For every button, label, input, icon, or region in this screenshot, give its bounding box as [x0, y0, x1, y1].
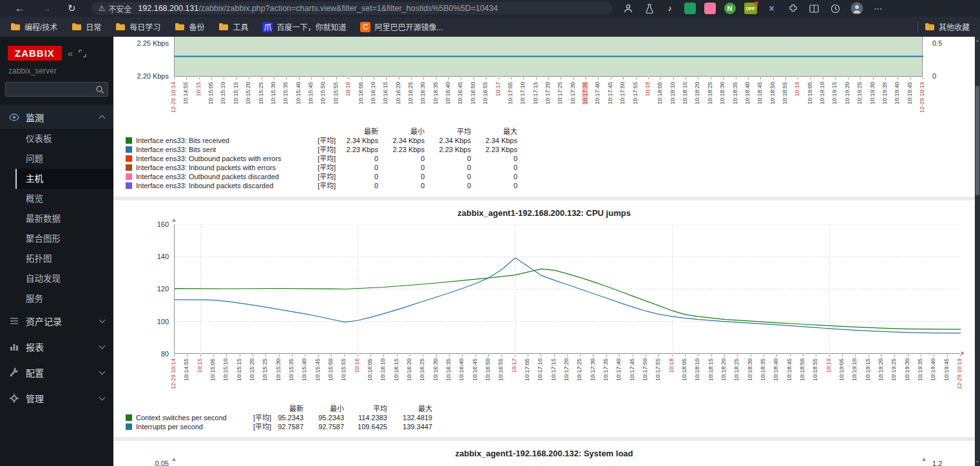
time-axis-label: 10:14:55	[182, 82, 189, 104]
y-axis-arrow	[172, 218, 176, 222]
series-color-swatch	[126, 423, 132, 430]
time-axis-label: 10:16:10	[380, 358, 386, 381]
back-icon[interactable]: ←	[15, 0, 24, 17]
time-axis: 12-29 10:1410:14:5510:1510:15:0510:15:10…	[174, 81, 923, 132]
time-axis-label: 10:16:20	[395, 82, 401, 104]
bookmark-folder[interactable]: 工具	[218, 21, 248, 32]
y-axis-label: 2.20 Kbps	[117, 72, 169, 80]
time-axis-label: 10:15:35	[288, 358, 294, 381]
time-axis-label: 10:17:55	[655, 358, 661, 381]
scrollbar-thumb[interactable]	[975, 86, 979, 195]
time-axis-label: 10:18:20	[720, 358, 727, 381]
forward-icon[interactable]: →	[41, 0, 51, 17]
sidebar-item-dashboard[interactable]: 仪表板	[0, 129, 113, 149]
time-axis-label: 10:15	[197, 358, 203, 373]
page-scrollbar[interactable]: ▲ ▼	[975, 37, 980, 466]
sheet-extension-icon[interactable]	[684, 3, 696, 14]
flask-icon[interactable]	[643, 2, 656, 15]
warning-icon: ⚠	[99, 4, 106, 13]
x-axis-ticks	[174, 77, 923, 79]
expand-sidebar-icon[interactable]	[79, 50, 86, 57]
right-axis-label: 0.5	[932, 39, 942, 47]
scroll-down-arrow[interactable]: ▼	[975, 459, 980, 465]
puzzle-icon[interactable]	[787, 2, 800, 15]
sidebar-item-monitoring[interactable]: 监测	[0, 105, 113, 129]
sidebar-item-reports[interactable]: 报表	[0, 335, 113, 358]
y-axis-label: 80	[117, 350, 169, 358]
collapse-sidebar-icon[interactable]: «	[68, 48, 73, 59]
sidebar-item-hosts[interactable]: 主机	[15, 169, 113, 189]
zabbix-logo[interactable]: ZABBIX	[8, 46, 62, 61]
search-input[interactable]	[5, 82, 108, 97]
time-axis-label: 10:19:10	[851, 358, 858, 381]
time-axis-label: 10:18:40	[773, 358, 779, 381]
security-label[interactable]: 不安全	[108, 3, 131, 14]
cpu-chart-plot[interactable]	[174, 224, 960, 354]
network-chart-plot[interactable]	[174, 37, 923, 77]
bookmark-folder[interactable]: 每日学习	[115, 21, 160, 32]
sidebar-item-problems[interactable]: 问题	[0, 149, 113, 169]
history-icon[interactable]	[829, 2, 842, 15]
legend-func: [平均]	[312, 163, 343, 172]
series-color-swatch	[126, 146, 132, 153]
time-axis-label: 10:19:35	[881, 82, 888, 104]
nutstore-extension-icon[interactable]: N	[724, 3, 736, 14]
time-axis-label: 10:19:30	[869, 82, 876, 104]
y-axis-label: 160	[117, 220, 169, 228]
legend-value: 0	[471, 172, 517, 181]
time-axis-label: 10:17:40	[615, 358, 622, 381]
legend-value: 2.34 Kbps	[378, 136, 425, 145]
y-axis-label: 140	[117, 253, 169, 260]
sidebar-item-administration[interactable]: 管理	[0, 386, 113, 410]
profile-add-icon[interactable]	[622, 2, 635, 15]
sidebar-item-latest-data[interactable]: 最新数据	[0, 209, 113, 229]
time-axis-label: 10:18:25	[707, 82, 713, 104]
other-bookmarks[interactable]: 其他收藏	[925, 21, 970, 32]
bookmark-folder[interactable]: 日常	[72, 21, 101, 32]
time-axis-label: 10:15:30	[275, 358, 282, 381]
x-extension-icon[interactable]: ×	[765, 2, 778, 15]
bookmark-alibaba-mirror[interactable]: C阿里巴巴开源镜像...	[360, 21, 443, 32]
split-screen-icon[interactable]	[808, 2, 821, 15]
more-menu-icon[interactable]: ⋯	[872, 2, 885, 15]
legend-value: 2.34 Kbps	[343, 136, 378, 145]
bookmark-folder[interactable]: 编程/技术	[10, 21, 57, 32]
scroll-up-arrow[interactable]: ▲	[975, 37, 980, 44]
time-axis-label: 10:18:55	[782, 82, 788, 104]
sidebar-item-discovery[interactable]: 自动发现	[0, 269, 113, 289]
profile-avatar[interactable]	[850, 2, 863, 15]
legend-value: 2.23 Kbps	[343, 145, 378, 154]
time-axis-label: 10:19	[794, 82, 800, 97]
refresh-icon[interactable]: ↻	[68, 0, 76, 17]
off-badge-extension-icon[interactable]: OFF	[744, 3, 757, 14]
time-axis-label: 10:18:25	[733, 358, 740, 381]
time-axis-label: 10:19:10	[819, 82, 825, 104]
bookmark-folder[interactable]: 备份	[175, 21, 204, 32]
piggy-extension-icon[interactable]	[704, 3, 716, 14]
sidebar-item-overview[interactable]: 概览	[0, 189, 113, 209]
legend-func: [平均]	[312, 145, 343, 154]
legend-value: 95.2343	[303, 413, 344, 422]
douyin-extension-icon[interactable]: ♪	[664, 3, 676, 14]
sidebar-item-maps[interactable]: 拓扑图	[0, 249, 113, 269]
sidebar-item-inventory[interactable]: 资产记录	[0, 309, 113, 333]
url-bar[interactable]: ⚠ 不安全 192.168.200.131/zabbix/zabbix.php?…	[91, 2, 613, 15]
time-axis-label: 10:18:45	[756, 82, 763, 104]
legend-value: 95.2343	[273, 413, 303, 422]
separator	[918, 22, 918, 32]
time-axis: 12-29 10:1410:14:5510:1510:15:0510:15:10…	[174, 357, 960, 409]
time-axis-label: 10:17:30	[590, 358, 596, 381]
chevron-up-icon	[99, 115, 106, 122]
legend-row: Interface ens33: Outbound packets discar…	[126, 172, 517, 181]
series-color-swatch	[126, 414, 132, 421]
time-axis-label: 10:17:10	[537, 358, 543, 381]
bookmark-baidu[interactable]: 爪百度一下，你就知道	[262, 21, 346, 32]
legend-header-row: 最新最小平均最大	[126, 127, 517, 136]
legend-value: 0	[343, 154, 378, 163]
sidebar-item-services[interactable]: 服务	[0, 289, 113, 309]
sidebar-item-configuration[interactable]: 配置	[0, 360, 113, 384]
legend-value: 0	[471, 154, 517, 163]
baidu-icon: 爪	[262, 22, 273, 32]
search-icon	[95, 85, 104, 94]
sidebar-item-screens[interactable]: 聚合图形	[0, 229, 113, 249]
